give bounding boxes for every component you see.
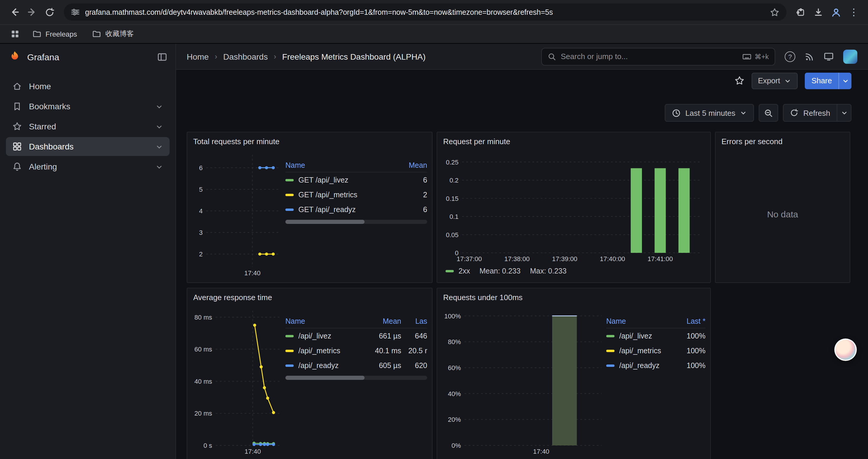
series-color-dash [445,270,454,272]
back-button[interactable] [6,4,23,21]
chevron-down-icon[interactable] [155,123,163,130]
sidebar-item-starred[interactable]: Starred [6,117,169,136]
extensions-icon[interactable] [793,4,809,21]
assistant-avatar-widget[interactable] [834,338,857,361]
share-button[interactable]: Share [805,72,838,89]
apps-grid-icon[interactable] [8,30,22,38]
legend-row[interactable]: GET /api/_metrics 2 [285,187,427,202]
star-icon [12,122,22,131]
panel-errors-per-second: Errors per second No data [715,132,850,283]
sidebar-item-label: Alerting [29,162,57,171]
panel-title[interactable]: Total requests per minute [187,132,432,150]
series-color-dash [285,350,294,352]
svg-text:17:38:00: 17:38:00 [504,255,530,263]
panel-title[interactable]: Requests under 100ms [437,288,710,306]
series-color-dash [285,335,294,337]
export-button[interactable]: Export [751,72,798,89]
svg-text:80 ms: 80 ms [194,314,212,321]
bookmarks-bar: Freeleaps 收藏博客 [0,24,868,43]
reload-button[interactable] [41,4,58,21]
url-text[interactable]: grafana.mathmast.com/d/deytv4rwavabkb/fr… [85,8,765,16]
profile-button[interactable] [828,4,844,21]
legend-row[interactable]: GET /api/_livez 6 [285,172,427,187]
sidebar-collapse-icon[interactable] [157,52,167,62]
no-data-message: No data [720,150,845,277]
favorite-star-icon[interactable] [734,76,744,86]
svg-text:20%: 20% [448,416,461,423]
legend-header-mean[interactable]: Mean [393,161,427,169]
legend-row[interactable]: /api/_readyz 605 µs 620 [285,358,427,373]
legend-row[interactable]: /api/_readyz 100% [606,358,706,373]
series-name[interactable]: /api/_livez [619,332,652,340]
svg-text:17:40:00: 17:40:00 [600,255,625,263]
legend-header-last[interactable]: Last * [671,317,706,325]
bookmark-folder-freeleaps[interactable]: Freeleaps [28,28,82,40]
refresh-interval-button[interactable] [837,104,851,121]
forward-button[interactable] [24,4,40,21]
browser-menu-button[interactable]: ⋮ [845,4,862,21]
time-range-picker[interactable]: Last 5 minutes [665,104,754,122]
breadcrumb-home[interactable]: Home [187,52,209,61]
bookmark-star-icon[interactable] [770,7,779,17]
sidebar-item-home[interactable]: Home [6,77,169,96]
series-name[interactable]: /api/_livez [299,332,331,340]
sidebar-item-bookmarks[interactable]: Bookmarks [6,97,169,116]
legend-header-name[interactable]: Name [285,161,393,169]
refresh-button[interactable]: Refresh [784,104,837,121]
svg-text:4: 4 [199,207,203,215]
zoom-out-button[interactable] [759,104,778,122]
chevron-down-icon[interactable] [155,102,163,110]
sidebar-item-label: Home [29,81,51,91]
panel-title[interactable]: Request per minute [437,132,710,150]
monitor-icon[interactable] [824,52,834,61]
breadcrumb-dashboards[interactable]: Dashboards [223,52,268,61]
svg-text:20 ms: 20 ms [194,410,212,417]
search-input[interactable] [561,52,737,61]
panel-title[interactable]: Average response time [187,288,432,306]
series-name[interactable]: /api/_readyz [299,361,339,369]
panel-average-response-time: Average response time 80 ms60 ms40 ms20 … [187,288,433,459]
series-name[interactable]: GET /api/_livez [299,176,348,184]
scrollbar-thumb[interactable] [285,220,365,224]
legend-row[interactable]: /api/_metrics 100% [606,343,706,358]
series-name[interactable]: /api/_metrics [299,347,340,355]
legend-row[interactable]: /api/_metrics 40.1 ms 20.5 r [285,343,427,358]
series-name[interactable]: GET /api/_metrics [299,191,358,199]
series-name[interactable]: GET /api/_readyz [299,205,356,214]
legend-scrollbar[interactable] [285,220,427,224]
legend-row[interactable]: GET /api/_readyz 6 [285,202,427,217]
downloads-button[interactable] [810,4,827,21]
panel-total-requests: Total requests per minute 6543217:40 Nam… [187,132,433,283]
svg-text:2: 2 [199,251,203,258]
search-box[interactable]: ⌘+k [541,47,775,65]
legend-header-name[interactable]: Name [285,317,360,325]
chevron-down-icon[interactable] [155,163,163,170]
panel-title[interactable]: Errors per second [716,132,850,150]
user-avatar[interactable] [843,49,857,64]
svg-text:17:40: 17:40 [244,269,260,277]
legend-row[interactable]: /api/_livez 661 µs 646 [285,328,427,343]
panel-request-per-minute: Request per minute 0.250.20.150.10.05017… [437,132,711,283]
legend-series-2xx[interactable]: 2xx [445,267,470,275]
site-settings-icon[interactable] [71,8,80,17]
legend-row[interactable]: /api/_livez 100% [606,328,706,343]
series-name[interactable]: /api/_metrics [619,347,661,355]
legend-header-mean[interactable]: Mean [360,317,401,325]
legend-header-name[interactable]: Name [606,317,671,325]
news-rss-icon[interactable] [805,52,814,61]
grafana-logo-icon[interactable] [8,50,21,63]
url-bar[interactable]: grafana.mathmast.com/d/deytv4rwavabkb/fr… [64,4,786,21]
series-last-value: 620 [401,361,427,369]
scrollbar-thumb[interactable] [285,376,365,380]
share-menu-button[interactable] [838,72,851,89]
help-icon[interactable]: ? [785,51,795,62]
sidebar-item-alerting[interactable]: Alerting [6,157,169,176]
series-color-dash [285,193,294,196]
legend-scrollbar[interactable] [285,376,427,380]
chevron-down-icon[interactable] [155,143,163,150]
sidebar-item-dashboards[interactable]: Dashboards [6,137,169,156]
bookmark-folder-blogs[interactable]: 收藏博客 [88,27,138,41]
legend-header-last[interactable]: Las [401,317,427,325]
series-color-dash [285,208,294,210]
series-name[interactable]: /api/_readyz [619,361,659,369]
